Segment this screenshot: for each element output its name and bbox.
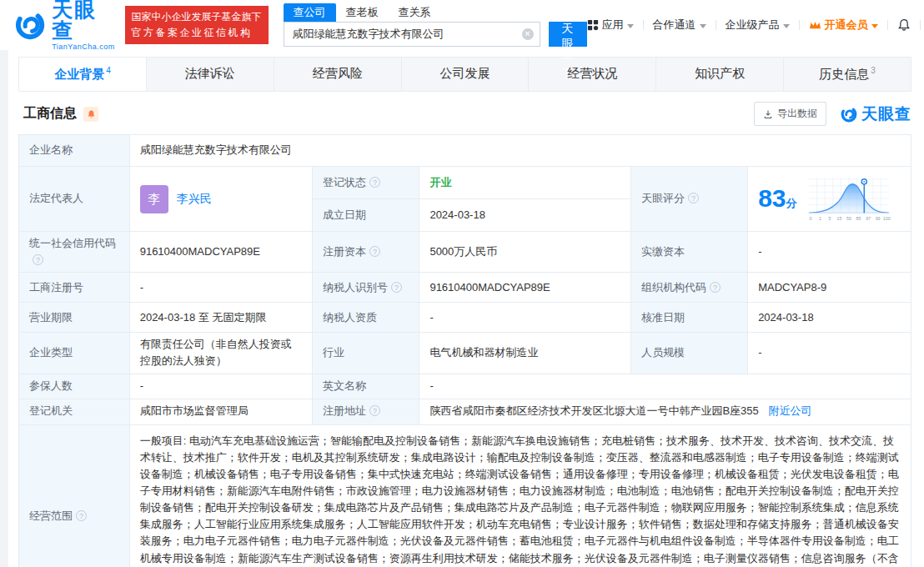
help-icon[interactable] bbox=[369, 405, 380, 416]
tab-history-info[interactable]: 历史信息3 bbox=[784, 58, 911, 91]
main-content: 企业背景4 法律诉讼 经营风险 公司发展 经营状况 知识产权 历史信息3 工商信… bbox=[8, 50, 924, 567]
company-name-value: 咸阳绿能慧充数字技术有限公司 bbox=[129, 135, 911, 167]
nav-vip-label: 开通会员 bbox=[825, 18, 868, 33]
help-icon[interactable] bbox=[391, 282, 402, 293]
tab-intellectual-property[interactable]: 知识产权 bbox=[656, 58, 784, 91]
help-icon[interactable] bbox=[710, 282, 721, 293]
table-row: 法定代表人 李 李兴民 登记状态 开业 天眼评分 83分 bbox=[19, 167, 911, 199]
table-row: 企业名称 咸阳绿能慧充数字技术有限公司 bbox=[19, 135, 911, 167]
field-label-text: 统一社会信用代码 bbox=[29, 237, 116, 249]
search-input[interactable] bbox=[284, 22, 540, 47]
gov-certification-badge: 国家中小企业发展子基金旗下 官方备案企业征信机构 bbox=[125, 6, 269, 43]
nav-enterprise-label: 企业级产品 bbox=[726, 18, 780, 33]
divider bbox=[920, 20, 921, 30]
download-icon bbox=[763, 109, 773, 119]
reg-number-value: - bbox=[129, 273, 312, 303]
divider bbox=[799, 20, 800, 30]
field-label: 实缴资本 bbox=[630, 232, 747, 273]
tab-operating-risk[interactable]: 经营风险 bbox=[274, 58, 402, 91]
table-row: 工商注册号 - 纳税人识别号 91610400MADCYAP89E 组织机构代码… bbox=[19, 273, 911, 303]
legal-rep-link[interactable]: 李兴民 bbox=[177, 190, 212, 208]
field-label: 登记状态 bbox=[313, 167, 419, 199]
table-row: 企业类型 有限责任公司（非自然人投资或控股的法人独资） 行业 电气机械和器材制造… bbox=[19, 333, 911, 374]
brand-name: 天眼查 bbox=[52, 0, 116, 41]
field-label: 英文名称 bbox=[313, 374, 419, 399]
field-label: 行业 bbox=[313, 333, 419, 374]
tab-legal-litigation[interactable]: 法律诉讼 bbox=[147, 58, 274, 91]
nav-enterprise-products[interactable]: 企业级产品 bbox=[726, 18, 790, 33]
business-scope-value: 一般项目: 电动汽车充电基础设施运营；智能输配电及控制设备销售；新能源汽车换电设… bbox=[129, 424, 911, 567]
nav-apps-label: 应用 bbox=[602, 18, 624, 33]
field-label: 经营范围 bbox=[19, 424, 130, 567]
help-icon[interactable] bbox=[369, 246, 380, 257]
nearby-companies-link[interactable]: 附近公司 bbox=[768, 404, 811, 417]
notice-bell-badge[interactable] bbox=[83, 107, 98, 122]
divider bbox=[643, 20, 644, 30]
apps-grid-icon bbox=[587, 19, 599, 31]
top-header: 天眼查 TianYanCha.com 国家中小企业发展子基金旗下 官方备案企业征… bbox=[0, 0, 924, 50]
help-icon[interactable] bbox=[33, 254, 43, 265]
field-label: 企业类型 bbox=[19, 333, 130, 374]
table-row: 参保人数 - 英文名称 - bbox=[19, 374, 911, 399]
svg-text:15: 15 bbox=[836, 216, 841, 221]
tianyancha-watermark-icon bbox=[840, 105, 858, 123]
field-label-text: 登记状态 bbox=[323, 176, 366, 188]
approval-date-value: 2024-03-18 bbox=[748, 303, 911, 333]
table-row: 营业期限 2024-03-18 至 无固定期限 纳税人资质 - 核准日期 202… bbox=[19, 303, 911, 333]
search-clear-icon[interactable]: ✕ bbox=[522, 28, 534, 40]
tab-count-badge: 4 bbox=[106, 66, 111, 75]
field-label-text: 纳税人识别号 bbox=[323, 281, 388, 294]
field-label-text: 经营范围 bbox=[29, 509, 73, 522]
svg-text:50: 50 bbox=[846, 216, 851, 221]
tab-label: 知识产权 bbox=[695, 66, 745, 80]
tab-label: 历史信息 bbox=[819, 67, 869, 81]
export-data-button[interactable]: 导出数据 bbox=[754, 102, 826, 126]
reg-status-value: 开业 bbox=[419, 167, 631, 199]
nav-partner-channel[interactable]: 合作通道 bbox=[653, 18, 706, 33]
search-button[interactable]: 天眼一下 bbox=[549, 22, 587, 47]
reg-authority-value: 咸阳市市场监督管理局 bbox=[129, 399, 312, 424]
field-label: 工商注册号 bbox=[19, 273, 130, 303]
tab-company-background[interactable]: 企业背景4 bbox=[19, 58, 147, 91]
reg-address-value: 陕西省咸阳市秦都区经济技术开发区北塬大道一号中韩产业园B座355 bbox=[429, 404, 758, 417]
svg-text:85: 85 bbox=[856, 216, 861, 221]
field-label: 纳税人资质 bbox=[313, 303, 419, 333]
english-name-value: - bbox=[419, 374, 911, 399]
field-label: 参保人数 bbox=[19, 374, 130, 399]
help-icon[interactable] bbox=[688, 193, 699, 203]
field-label-text: 注册资本 bbox=[323, 245, 366, 258]
field-label: 组织机构代码 bbox=[630, 273, 747, 303]
nav-apps[interactable]: 应用 bbox=[587, 18, 634, 33]
search-tab-boss[interactable]: 查老板 bbox=[336, 3, 389, 22]
svg-text:1: 1 bbox=[818, 216, 821, 221]
table-row: 经营范围 一般项目: 电动汽车充电基础设施运营；智能输配电及控制设备销售；新能源… bbox=[19, 424, 911, 567]
nav-vip-upgrade[interactable]: 开通会员 bbox=[809, 18, 878, 33]
search-area: 查公司 查老板 查关系 ✕ 天眼一下 bbox=[284, 3, 587, 47]
tab-label: 经营风险 bbox=[313, 66, 363, 80]
field-label-text: 天眼评分 bbox=[641, 192, 685, 204]
insured-count-value: - bbox=[129, 374, 312, 399]
help-icon[interactable] bbox=[76, 510, 87, 521]
table-row: 统一社会信用代码 91610400MADCYAP89E 注册资本 5000万人民… bbox=[19, 232, 911, 273]
section-title: 工商信息 bbox=[23, 105, 77, 123]
svg-text:99: 99 bbox=[875, 216, 880, 221]
nav-notifications[interactable] bbox=[897, 18, 911, 32]
tianyancha-watermark: 天眼查 bbox=[840, 103, 911, 125]
tab-company-development[interactable]: 公司发展 bbox=[402, 58, 530, 91]
search-tab-relation[interactable]: 查关系 bbox=[389, 3, 441, 22]
field-label: 天眼评分 bbox=[630, 167, 747, 232]
paid-capital-value: - bbox=[748, 232, 911, 273]
brand-domain: TianYanCha.com bbox=[52, 43, 116, 51]
field-label-text: 注册地址 bbox=[323, 404, 366, 417]
field-label: 成立日期 bbox=[313, 199, 419, 232]
legal-rep-cell: 李 李兴民 bbox=[129, 167, 312, 232]
tab-label: 企业背景 bbox=[54, 67, 104, 81]
help-icon[interactable] bbox=[369, 177, 380, 188]
chevron-down-icon bbox=[783, 24, 790, 28]
tab-count-badge: 3 bbox=[871, 66, 876, 75]
tianyancha-logo[interactable]: 天眼查 TianYanCha.com bbox=[13, 0, 117, 51]
tab-label: 法律诉讼 bbox=[185, 66, 235, 80]
tab-operating-status[interactable]: 经营状况 bbox=[529, 58, 656, 91]
field-label: 营业期限 bbox=[19, 303, 130, 333]
search-tab-company[interactable]: 查公司 bbox=[284, 3, 336, 22]
